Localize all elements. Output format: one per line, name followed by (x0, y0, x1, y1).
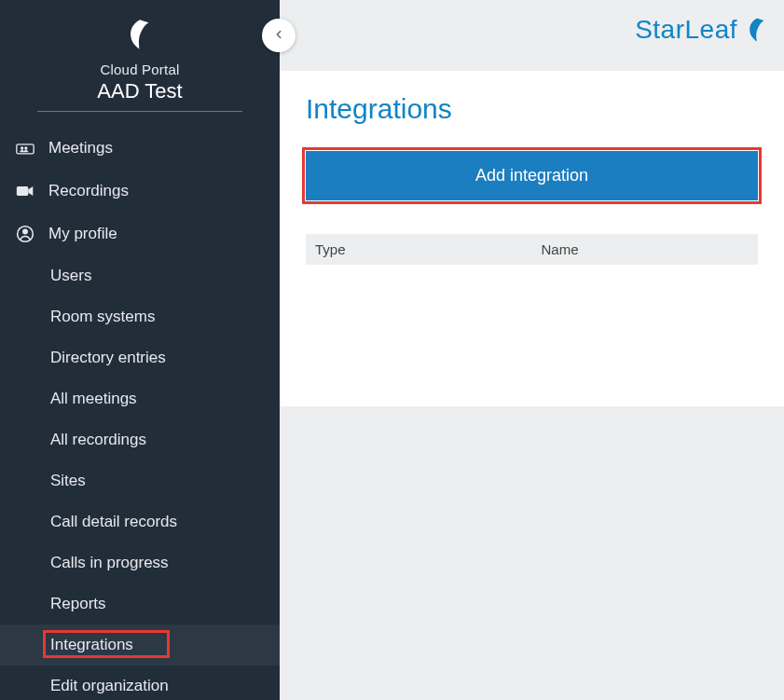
portal-label: Cloud Portal (0, 62, 280, 77)
brand-leaf-icon (743, 16, 771, 44)
sidebar-header: Cloud Portal AAD Test (0, 0, 280, 112)
sidebar-item-label: Recordings (48, 182, 280, 200)
add-integration-wrap: Add integration (306, 151, 758, 200)
sidebar-item-label: Sites (50, 472, 280, 490)
sidebar-item-edit-org[interactable]: Edit organization (0, 666, 280, 700)
sidebar-item-label: Integrations (50, 636, 280, 654)
app-root: Cloud Portal AAD Test MeetingsRecordings… (0, 0, 784, 700)
sidebar-item-label: Edit organization (50, 677, 280, 695)
sidebar-item-label: My profile (48, 225, 280, 243)
sidebar-item-cip[interactable]: Calls in progress (0, 542, 280, 583)
svg-rect-3 (17, 186, 28, 196)
sidebar-item-sites[interactable]: Sites (0, 460, 280, 501)
org-name: AAD Test (37, 77, 242, 112)
brand: StarLeaf (635, 15, 771, 45)
svg-point-1 (21, 146, 23, 149)
sidebar-item-label: Directory entries (50, 349, 280, 367)
sidebar-item-label: Meetings (48, 139, 280, 158)
leaf-logo-icon (122, 17, 158, 56)
chevron-left-icon (272, 26, 285, 46)
sidebar-item-all-recordings[interactable]: All recordings (0, 419, 280, 460)
sidebar-item-recordings[interactable]: Recordings (0, 170, 280, 213)
sidebar-item-label: Reports (50, 595, 280, 613)
sidebar: Cloud Portal AAD Test MeetingsRecordings… (0, 0, 280, 700)
sidebar-item-my-profile[interactable]: My profile (0, 213, 280, 255)
sidebar-item-label: Calls in progress (50, 554, 280, 572)
page-title: Integrations (306, 93, 758, 125)
camera-icon (15, 181, 35, 201)
table-header-row: Type Name (306, 234, 758, 265)
sidebar-item-label: Call detail records (50, 513, 280, 531)
sidebar-item-all-meetings[interactable]: All meetings (0, 378, 280, 419)
content-card: Integrations Add integration Type Name (280, 71, 784, 406)
sidebar-item-label: Room systems (50, 308, 280, 326)
svg-point-2 (24, 146, 27, 149)
integrations-table: Type Name (306, 234, 758, 265)
sidebar-nav: MeetingsRecordingsMy profileUsersRoom sy… (0, 127, 280, 700)
sidebar-item-meetings[interactable]: Meetings (0, 127, 280, 170)
user-icon (15, 224, 35, 244)
collapse-sidebar-button[interactable] (262, 19, 296, 52)
svg-point-5 (22, 229, 28, 235)
sidebar-item-room-systems[interactable]: Room systems (0, 296, 280, 337)
sidebar-item-label: All recordings (50, 431, 280, 449)
sidebar-item-cdr[interactable]: Call detail records (0, 501, 280, 542)
topbar: StarLeaf (280, 0, 784, 60)
sidebar-item-label: All meetings (50, 390, 280, 408)
col-name[interactable]: Name (532, 234, 759, 265)
people-icon (15, 138, 35, 158)
sidebar-item-reports[interactable]: Reports (0, 583, 280, 625)
sidebar-item-label: Users (50, 267, 280, 285)
brand-text: StarLeaf (635, 15, 737, 45)
add-integration-button[interactable]: Add integration (306, 151, 758, 200)
sidebar-item-integrations[interactable]: Integrations (0, 625, 280, 666)
sidebar-item-users[interactable]: Users (0, 255, 280, 296)
col-type[interactable]: Type (306, 234, 532, 265)
sidebar-item-directory[interactable]: Directory entries (0, 337, 280, 378)
main-area: StarLeaf Integrations Add integration Ty… (280, 0, 784, 700)
